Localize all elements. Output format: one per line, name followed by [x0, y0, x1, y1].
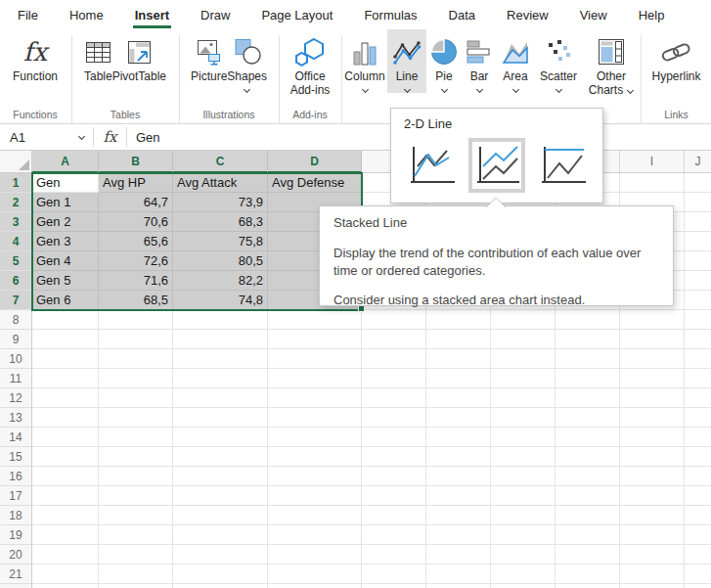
tab-draw[interactable]: Draw: [199, 0, 232, 29]
row-header-21[interactable]: 21: [0, 565, 32, 584]
column-header-I[interactable]: I: [620, 151, 685, 173]
cell-F8[interactable]: [426, 310, 491, 330]
cell-A6[interactable]: Gen 5: [32, 271, 99, 291]
cell-C3[interactable]: 68,3: [173, 212, 268, 232]
cell-G11[interactable]: [491, 369, 555, 388]
cell-A16[interactable]: [32, 467, 99, 486]
cell-F14[interactable]: [426, 428, 491, 447]
cell-F20[interactable]: [426, 545, 491, 565]
cell-H15[interactable]: [555, 447, 620, 467]
cell-I18[interactable]: [620, 506, 685, 525]
cell-H10[interactable]: [555, 349, 620, 369]
row-header-18[interactable]: 18: [0, 506, 32, 525]
cell-E14[interactable]: [362, 428, 426, 447]
cell-F19[interactable]: [426, 525, 491, 545]
cell-F12[interactable]: [426, 388, 491, 408]
cell-J8[interactable]: [685, 310, 711, 330]
cell-I8[interactable]: [620, 310, 685, 330]
line-chart-button[interactable]: Line: [387, 29, 426, 93]
cell-B17[interactable]: [99, 486, 173, 506]
cell-H16[interactable]: [555, 467, 620, 486]
row-header-15[interactable]: 15: [0, 447, 32, 467]
cell-H19[interactable]: [555, 525, 620, 545]
cell-D17[interactable]: [268, 486, 362, 506]
cell-E22[interactable]: [362, 584, 426, 588]
cell-B6[interactable]: 71,6: [99, 271, 173, 291]
name-box-chevron-icon[interactable]: [77, 134, 85, 140]
tab-help[interactable]: Help: [637, 0, 667, 29]
row-header-5[interactable]: 5: [0, 251, 32, 271]
row-header-20[interactable]: 20: [0, 545, 32, 565]
cell-E20[interactable]: [362, 545, 426, 565]
cell-B12[interactable]: [99, 388, 173, 408]
column-header-B[interactable]: B: [99, 151, 173, 173]
cell-G8[interactable]: [491, 310, 555, 330]
cell-D21[interactable]: [268, 565, 362, 584]
tab-page-layout[interactable]: Page Layout: [259, 0, 334, 29]
cell-J18[interactable]: [685, 506, 711, 525]
cell-D13[interactable]: [268, 408, 362, 428]
hyperlink-button[interactable]: Hyperlink: [651, 29, 700, 83]
cell-H9[interactable]: [555, 330, 620, 349]
cell-B4[interactable]: 65,6: [99, 232, 173, 251]
cell-D20[interactable]: [268, 545, 362, 565]
cell-E15[interactable]: [362, 447, 426, 467]
cell-B13[interactable]: [99, 408, 173, 428]
cell-H17[interactable]: [555, 486, 620, 506]
cell-B19[interactable]: [99, 525, 173, 545]
cell-E17[interactable]: [362, 486, 426, 506]
pie-dropdown-chevron-icon[interactable]: [440, 87, 448, 93]
cell-I11[interactable]: [620, 369, 685, 388]
cell-B10[interactable]: [99, 349, 173, 369]
row-header-19[interactable]: 19: [0, 525, 32, 545]
cell-A3[interactable]: Gen 2: [32, 212, 99, 232]
cell-G14[interactable]: [491, 428, 555, 447]
cell-C9[interactable]: [173, 330, 268, 349]
cell-B9[interactable]: [99, 330, 173, 349]
row-header-10[interactable]: 10: [0, 349, 32, 369]
cell-E13[interactable]: [362, 408, 426, 428]
cell-I20[interactable]: [620, 545, 685, 565]
row-header-13[interactable]: 13: [0, 408, 32, 428]
cell-J22[interactable]: [685, 584, 711, 588]
cell-A22[interactable]: [32, 584, 99, 588]
cell-A20[interactable]: [32, 545, 99, 565]
other-charts-dropdown-chevron-icon[interactable]: [626, 88, 634, 94]
cell-G9[interactable]: [491, 330, 555, 349]
cell-E16[interactable]: [362, 467, 426, 486]
cell-D9[interactable]: [268, 330, 362, 349]
cell-B3[interactable]: 70,6: [99, 212, 173, 232]
tab-file[interactable]: File: [16, 0, 40, 29]
cell-G21[interactable]: [491, 565, 555, 584]
row-header-14[interactable]: 14: [0, 428, 32, 447]
cell-C20[interactable]: [173, 545, 268, 565]
cell-A11[interactable]: [32, 369, 99, 388]
cell-B16[interactable]: [99, 467, 173, 486]
bar-dropdown-chevron-icon[interactable]: [475, 87, 483, 93]
cell-A14[interactable]: [32, 428, 99, 447]
row-header-22[interactable]: [0, 584, 32, 588]
cell-J1[interactable]: [685, 173, 711, 193]
row-header-16[interactable]: 16: [0, 467, 32, 486]
row-header-3[interactable]: 3: [0, 212, 32, 232]
cell-H20[interactable]: [555, 545, 620, 565]
cell-B21[interactable]: [99, 565, 173, 584]
row-header-4[interactable]: 4: [0, 232, 32, 251]
other-charts-button[interactable]: Other Charts: [583, 29, 640, 97]
cell-I22[interactable]: [620, 584, 685, 588]
select-all-corner[interactable]: [0, 151, 32, 173]
cell-C14[interactable]: [173, 428, 268, 447]
column-header-A[interactable]: A: [32, 151, 99, 173]
cell-D22[interactable]: [268, 584, 362, 588]
cell-D8[interactable]: [268, 310, 362, 330]
cell-J5[interactable]: [685, 251, 711, 271]
cell-B20[interactable]: [99, 545, 173, 565]
cell-C19[interactable]: [173, 525, 268, 545]
cell-F9[interactable]: [426, 330, 491, 349]
area-dropdown-chevron-icon[interactable]: [511, 87, 519, 93]
cell-I15[interactable]: [620, 447, 685, 467]
name-box[interactable]: A1: [0, 124, 93, 150]
cell-G10[interactable]: [491, 349, 555, 369]
scatter-dropdown-chevron-icon[interactable]: [555, 87, 562, 93]
cell-C18[interactable]: [173, 506, 268, 525]
